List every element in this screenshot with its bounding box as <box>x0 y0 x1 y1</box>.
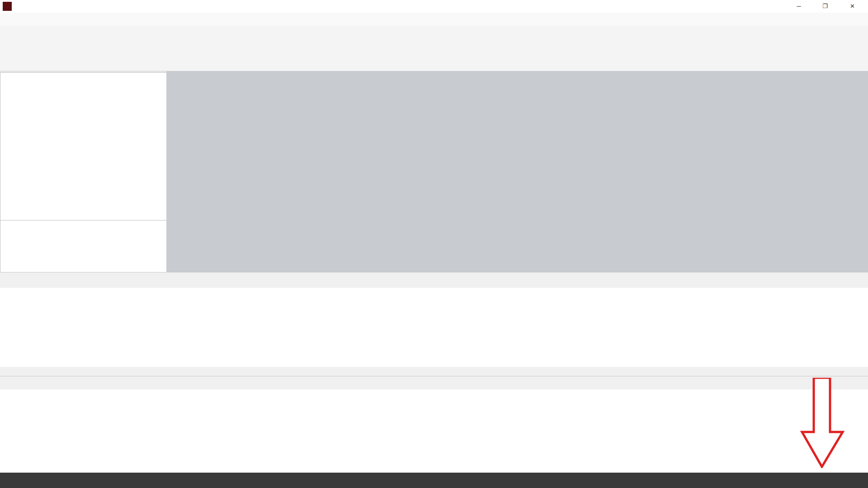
bottom-tab-row-1 <box>0 272 868 288</box>
market-watch-panel <box>0 72 167 221</box>
toolbox-history-1 <box>0 288 868 367</box>
bottom-tab-row-2 <box>0 376 868 390</box>
app-logo-icon <box>3 2 12 11</box>
windows-taskbar <box>0 473 868 488</box>
window-titlebar[interactable]: ─ ❐ ✕ <box>0 0 868 13</box>
chart-workspace <box>166 71 868 272</box>
toolbox-history-2 <box>0 389 868 473</box>
screenshot-seam-strip <box>0 367 868 376</box>
navigator-panel <box>0 220 167 273</box>
mt5-application-window: ─ ❐ ✕ <box>0 0 868 488</box>
menu-bar <box>0 13 868 26</box>
annotation-arrow-down <box>800 378 845 468</box>
maximize-button[interactable]: ❐ <box>814 3 836 9</box>
minimize-button[interactable]: ─ <box>788 3 810 9</box>
toolbar-line-studies <box>0 51 868 71</box>
toolbar-standard <box>0 26 868 51</box>
close-button[interactable]: ✕ <box>840 3 865 9</box>
